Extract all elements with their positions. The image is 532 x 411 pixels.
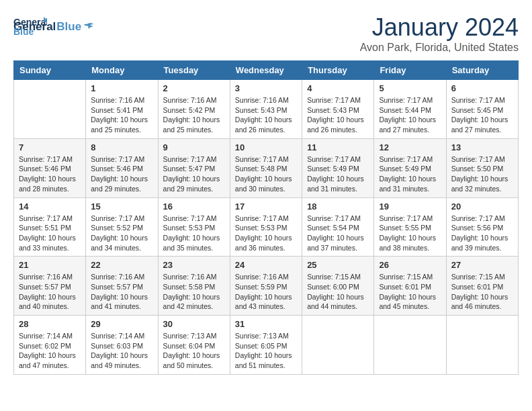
day-number: 25 — [307, 260, 369, 270]
calendar-cell: 21Sunrise: 7:16 AMSunset: 5:57 PMDayligh… — [14, 257, 86, 316]
calendar-cell: 28Sunrise: 7:14 AMSunset: 6:02 PMDayligh… — [14, 316, 86, 375]
page-header: General Blue General Blue January 2024 A… — [13, 13, 519, 54]
day-info: Sunrise: 7:17 AMSunset: 5:56 PMDaylight:… — [451, 214, 513, 253]
day-number: 7 — [19, 142, 81, 152]
calendar-table: SundayMondayTuesdayWednesdayThursdayFrid… — [13, 60, 519, 375]
calendar-cell: 29Sunrise: 7:14 AMSunset: 6:03 PMDayligh… — [86, 316, 158, 375]
day-number: 31 — [235, 319, 297, 329]
day-number: 15 — [91, 201, 152, 212]
day-number: 9 — [163, 142, 225, 152]
day-info: Sunrise: 7:17 AMSunset: 5:50 PMDaylight:… — [451, 154, 513, 194]
weekday-header-monday: Monday — [86, 61, 158, 80]
day-info: Sunrise: 7:17 AMSunset: 5:44 PMDaylight:… — [379, 95, 441, 135]
day-number: 28 — [19, 319, 81, 329]
calendar-cell: 24Sunrise: 7:16 AMSunset: 5:59 PMDayligh… — [230, 257, 302, 316]
day-info: Sunrise: 7:15 AMSunset: 6:01 PMDaylight:… — [451, 272, 513, 312]
svg-text:Blue: Blue — [13, 26, 34, 37]
week-row-4: 21Sunrise: 7:16 AMSunset: 5:57 PMDayligh… — [14, 257, 519, 316]
day-number: 13 — [451, 142, 513, 152]
day-info: Sunrise: 7:17 AMSunset: 5:54 PMDaylight:… — [307, 214, 369, 253]
weekday-header-thursday: Thursday — [302, 61, 374, 80]
day-number: 23 — [163, 260, 225, 270]
bird-icon — [83, 21, 95, 33]
day-number: 10 — [235, 142, 297, 152]
day-info: Sunrise: 7:17 AMSunset: 5:51 PMDaylight:… — [19, 214, 81, 253]
day-info: Sunrise: 7:17 AMSunset: 5:52 PMDaylight:… — [91, 214, 152, 253]
day-number: 11 — [307, 142, 369, 152]
day-info: Sunrise: 7:17 AMSunset: 5:48 PMDaylight:… — [235, 154, 297, 194]
location-subtitle: Avon Park, Florida, United States — [360, 42, 519, 54]
day-info: Sunrise: 7:17 AMSunset: 5:46 PMDaylight:… — [91, 154, 152, 194]
day-info: Sunrise: 7:16 AMSunset: 5:41 PMDaylight:… — [91, 95, 152, 135]
calendar-cell: 2Sunrise: 7:16 AMSunset: 5:42 PMDaylight… — [158, 80, 230, 139]
calendar-cell: 30Sunrise: 7:13 AMSunset: 6:04 PMDayligh… — [158, 316, 230, 375]
calendar-cell: 23Sunrise: 7:16 AMSunset: 5:58 PMDayligh… — [158, 257, 230, 316]
calendar-cell: 5Sunrise: 7:17 AMSunset: 5:44 PMDaylight… — [374, 80, 446, 139]
day-info: Sunrise: 7:16 AMSunset: 5:57 PMDaylight:… — [91, 272, 152, 312]
day-info: Sunrise: 7:14 AMSunset: 6:02 PMDaylight:… — [19, 331, 81, 371]
calendar-cell: 10Sunrise: 7:17 AMSunset: 5:48 PMDayligh… — [230, 138, 302, 197]
day-number: 16 — [163, 201, 225, 212]
calendar-cell: 6Sunrise: 7:17 AMSunset: 5:45 PMDaylight… — [446, 80, 518, 139]
calendar-cell: 3Sunrise: 7:16 AMSunset: 5:43 PMDaylight… — [230, 80, 302, 139]
calendar-cell — [374, 316, 446, 375]
calendar-cell: 15Sunrise: 7:17 AMSunset: 5:52 PMDayligh… — [86, 197, 158, 257]
calendar-cell: 1Sunrise: 7:16 AMSunset: 5:41 PMDaylight… — [86, 80, 158, 139]
day-number: 27 — [451, 260, 513, 270]
day-info: Sunrise: 7:16 AMSunset: 5:59 PMDaylight:… — [235, 272, 297, 312]
weekday-header-friday: Friday — [374, 61, 446, 80]
calendar-cell: 22Sunrise: 7:16 AMSunset: 5:57 PMDayligh… — [86, 257, 158, 316]
calendar-cell: 27Sunrise: 7:15 AMSunset: 6:01 PMDayligh… — [446, 257, 518, 316]
calendar-cell: 13Sunrise: 7:17 AMSunset: 5:50 PMDayligh… — [446, 138, 518, 197]
day-number: 24 — [235, 260, 297, 270]
day-info: Sunrise: 7:14 AMSunset: 6:03 PMDaylight:… — [91, 331, 152, 371]
week-row-1: 1Sunrise: 7:16 AMSunset: 5:41 PMDaylight… — [14, 80, 519, 139]
day-number: 3 — [235, 83, 297, 93]
title-block: January 2024 Avon Park, Florida, United … — [360, 13, 519, 54]
day-info: Sunrise: 7:17 AMSunset: 5:55 PMDaylight:… — [379, 214, 441, 253]
logo-blue: Blue — [56, 20, 81, 34]
day-number: 6 — [451, 83, 513, 93]
calendar-cell — [446, 316, 518, 375]
day-number: 14 — [19, 201, 81, 212]
day-info: Sunrise: 7:16 AMSunset: 5:42 PMDaylight:… — [163, 95, 225, 135]
weekday-header-row: SundayMondayTuesdayWednesdayThursdayFrid… — [14, 61, 519, 80]
day-number: 19 — [379, 201, 441, 212]
calendar-cell: 17Sunrise: 7:17 AMSunset: 5:53 PMDayligh… — [230, 197, 302, 257]
month-year-title: January 2024 — [360, 13, 519, 42]
day-number: 2 — [163, 83, 225, 93]
day-info: Sunrise: 7:16 AMSunset: 5:58 PMDaylight:… — [163, 272, 225, 312]
day-number: 18 — [307, 201, 369, 212]
day-number: 21 — [19, 260, 81, 270]
week-row-5: 28Sunrise: 7:14 AMSunset: 6:02 PMDayligh… — [14, 316, 519, 375]
day-info: Sunrise: 7:16 AMSunset: 5:57 PMDaylight:… — [19, 272, 81, 312]
day-info: Sunrise: 7:17 AMSunset: 5:49 PMDaylight:… — [379, 154, 441, 194]
day-number: 5 — [379, 83, 441, 93]
weekday-header-saturday: Saturday — [446, 61, 518, 80]
calendar-cell: 26Sunrise: 7:15 AMSunset: 6:01 PMDayligh… — [374, 257, 446, 316]
day-info: Sunrise: 7:17 AMSunset: 5:45 PMDaylight:… — [451, 95, 513, 135]
week-row-3: 14Sunrise: 7:17 AMSunset: 5:51 PMDayligh… — [14, 197, 519, 257]
day-info: Sunrise: 7:17 AMSunset: 5:53 PMDaylight:… — [235, 214, 297, 253]
calendar-cell: 9Sunrise: 7:17 AMSunset: 5:47 PMDaylight… — [158, 138, 230, 197]
day-number: 1 — [91, 83, 152, 93]
day-info: Sunrise: 7:17 AMSunset: 5:43 PMDaylight:… — [307, 95, 369, 135]
day-number: 26 — [379, 260, 441, 270]
day-info: Sunrise: 7:13 AMSunset: 6:04 PMDaylight:… — [163, 331, 225, 371]
logo-icon: General Blue — [13, 13, 47, 40]
calendar-cell: 7Sunrise: 7:17 AMSunset: 5:46 PMDaylight… — [14, 138, 86, 197]
calendar-cell: 19Sunrise: 7:17 AMSunset: 5:55 PMDayligh… — [374, 197, 446, 257]
day-number: 22 — [91, 260, 152, 270]
day-number: 20 — [451, 201, 513, 212]
day-info: Sunrise: 7:17 AMSunset: 5:47 PMDaylight:… — [163, 154, 225, 194]
day-info: Sunrise: 7:15 AMSunset: 6:00 PMDaylight:… — [307, 272, 369, 312]
day-number: 4 — [307, 83, 369, 93]
calendar-cell — [302, 316, 374, 375]
calendar-cell: 4Sunrise: 7:17 AMSunset: 5:43 PMDaylight… — [302, 80, 374, 139]
day-info: Sunrise: 7:17 AMSunset: 5:46 PMDaylight:… — [19, 154, 81, 194]
weekday-header-tuesday: Tuesday — [158, 61, 230, 80]
day-info: Sunrise: 7:17 AMSunset: 5:49 PMDaylight:… — [307, 154, 369, 194]
weekday-header-wednesday: Wednesday — [230, 61, 302, 80]
day-info: Sunrise: 7:17 AMSunset: 5:53 PMDaylight:… — [163, 214, 225, 253]
calendar-cell: 16Sunrise: 7:17 AMSunset: 5:53 PMDayligh… — [158, 197, 230, 257]
